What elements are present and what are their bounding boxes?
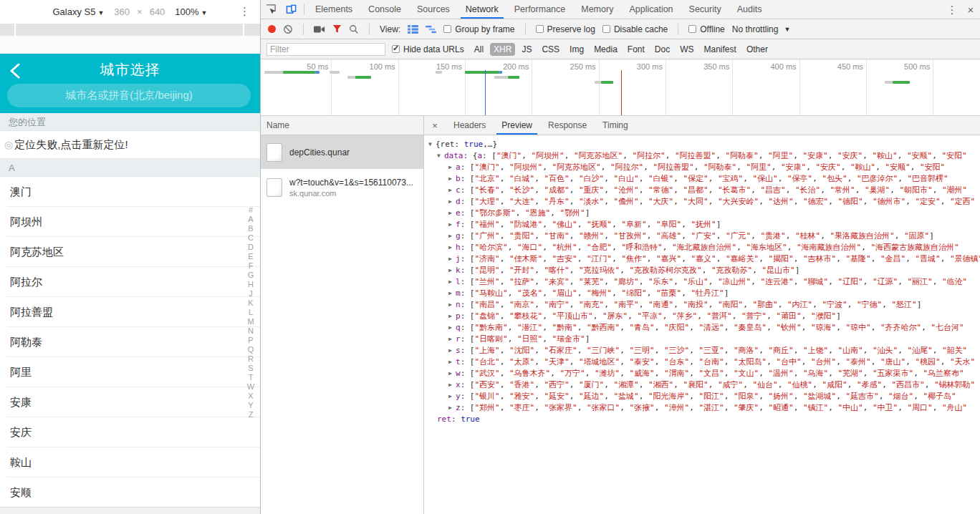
index-letter[interactable]: A <box>246 215 256 224</box>
city-list-item[interactable]: 澳门 <box>0 177 260 207</box>
filter-icon[interactable] <box>332 24 342 34</box>
json-ret-row[interactable]: ret: true <box>428 414 980 425</box>
filter-type-xhr[interactable]: XHR <box>490 43 515 56</box>
clear-network-log-icon[interactable] <box>283 24 293 34</box>
detail-tab-timing[interactable]: Timing <box>595 116 636 135</box>
city-list-item[interactable]: 鞍山 <box>0 447 260 477</box>
index-letter[interactable]: H <box>246 280 256 289</box>
record-network-log-icon[interactable] <box>268 25 276 33</box>
city-list-item[interactable]: 阿拉尔 <box>0 267 260 297</box>
waterfall-view-icon[interactable] <box>426 25 436 34</box>
tab-performance[interactable]: Performance <box>506 0 574 19</box>
index-letter[interactable]: K <box>246 299 256 308</box>
index-letter[interactable]: B <box>246 224 256 233</box>
device-bottom-scrollbar[interactable] <box>0 507 260 514</box>
devtools-menu-icon[interactable]: ⋮ <box>943 0 961 19</box>
json-array-row-l[interactable]: ▶l: ["兰州", "拉萨", "来宾", "莱芜", "廊坊", "乐东",… <box>428 276 980 288</box>
tab-network[interactable]: Network <box>458 0 506 19</box>
index-letter[interactable]: D <box>246 243 256 252</box>
expand-arrow-icon[interactable]: ▶ <box>448 173 456 185</box>
detail-tab-headers[interactable]: Headers <box>446 116 494 135</box>
json-array-row-p[interactable]: ▶p: ["盘锦", "攀枝花", "平顶山市", "屏东", "平凉", "萍… <box>428 311 980 322</box>
json-array-row-x[interactable]: ▶x: ["西安", "香港", "西宁", "厦门", "湘潭", "湘西",… <box>428 379 980 391</box>
index-letter[interactable]: Y <box>246 401 256 410</box>
index-letter[interactable]: M <box>246 317 256 326</box>
capture-screenshots-icon[interactable] <box>314 25 325 34</box>
close-detail-icon[interactable]: × <box>424 116 446 135</box>
expand-arrow-icon[interactable]: ▶ <box>448 334 456 345</box>
city-list-item[interactable]: 阿克苏地区 <box>0 237 260 267</box>
index-letter[interactable]: # <box>246 205 256 215</box>
tab-console[interactable]: Console <box>360 0 409 19</box>
device-height-field[interactable]: 640 <box>150 6 165 17</box>
index-letter[interactable]: F <box>246 261 256 271</box>
checkbox-disable-cache[interactable]: Disable cache <box>602 24 668 34</box>
city-list-item[interactable]: 安庆 <box>0 417 260 447</box>
expand-arrow-icon[interactable]: ▶ <box>448 391 456 402</box>
name-column-header[interactable]: Name <box>261 116 423 135</box>
relocate-row[interactable]: ◎ 定位失败,点击重新定位! <box>0 131 260 159</box>
tab-application[interactable]: Application <box>621 0 681 19</box>
index-letter[interactable]: W <box>246 382 256 392</box>
json-array-row-c[interactable]: ▶c: ["长春", "长沙", "成都", "重庆", "沧州", "常德",… <box>428 185 980 196</box>
json-array-row-n[interactable]: ▶n: ["南昌", "南京", "南宁", "南充", "南平", "南通",… <box>428 299 980 311</box>
expand-arrow-icon[interactable]: ▶ <box>448 196 456 208</box>
index-letter[interactable]: Z <box>246 410 256 420</box>
device-zoom-selector[interactable]: 100%▼ <box>175 6 207 17</box>
list-view-icon[interactable] <box>408 25 418 34</box>
json-array-row-q[interactable]: ▶q: ["黔东南", "潜江", "黔南", "黔西南", "青岛", "庆阳… <box>428 322 980 334</box>
json-array-row-g[interactable]: ▶g: ["广州", "贵阳", "甘南", "赣州", "甘孜州", "高雄"… <box>428 231 980 242</box>
json-array-row-j[interactable]: ▶j: ["济南", "佳木斯", "吉安", "江门", "焦作", "嘉兴"… <box>428 253 980 265</box>
expand-arrow-icon[interactable]: ▶ <box>448 322 456 334</box>
filter-type-img[interactable]: Img <box>566 43 587 56</box>
json-array-row-d[interactable]: ▶d: ["大理", "大连", "丹东", "淡水", "儋州", "大庆",… <box>428 196 980 208</box>
index-letter[interactable]: E <box>246 252 256 261</box>
expand-arrow-icon[interactable]: ▶ <box>448 311 456 322</box>
devtools-close-icon[interactable]: × <box>961 0 980 19</box>
city-list-item[interactable]: 安康 <box>0 387 260 417</box>
expand-arrow-icon[interactable]: ▶ <box>448 288 456 299</box>
index-letter[interactable]: L <box>246 308 256 317</box>
json-array-row-f[interactable]: ▶f: ["福州", "防城港", "佛山", "抚顺", "阜新", "阜阳"… <box>428 219 980 231</box>
index-letter[interactable]: R <box>246 354 256 364</box>
json-root-row[interactable]: ▼{ret: true,…} <box>428 139 980 150</box>
tab-memory[interactable]: Memory <box>573 0 621 19</box>
json-array-row-s[interactable]: ▶s: ["上海", "沈阳", "石家庄", "三门峡", "三明", "三沙… <box>428 345 980 357</box>
city-list-item[interactable]: 安顺 <box>0 477 260 507</box>
expand-arrow-icon[interactable]: ▶ <box>448 185 456 196</box>
request-row[interactable]: depCities.qunar <box>261 135 423 169</box>
tab-sources[interactable]: Sources <box>409 0 458 19</box>
hide-data-urls-checkbox[interactable]: Hide data URLs <box>392 44 464 54</box>
device-dimensions[interactable]: 360 × 640 <box>114 6 165 17</box>
json-array-row-h[interactable]: ▶h: ["哈尔滨", "海口", "杭州", "合肥", "呼和浩特", "海… <box>428 242 980 253</box>
filter-type-other[interactable]: Other <box>743 43 772 56</box>
device-options-menu-icon[interactable]: ⋮ <box>239 6 250 16</box>
expand-arrow-icon[interactable]: ▶ <box>448 265 456 276</box>
expand-arrow-icon[interactable]: ▶ <box>448 276 456 288</box>
expand-arrow-icon[interactable]: ▶ <box>448 162 456 173</box>
json-array-row-a[interactable]: ▶a: ["澳门", "阿坝州", "阿克苏地区", "阿拉尔", "阿拉善盟"… <box>428 162 980 173</box>
index-letter[interactable]: G <box>246 271 256 280</box>
index-letter[interactable]: X <box>246 392 256 401</box>
detail-tab-response[interactable]: Response <box>540 116 595 135</box>
tab-security[interactable]: Security <box>681 0 729 19</box>
json-array-row-y[interactable]: ▶y: ["银川", "雅安", "延安", "延边", "盐城", "阳光海岸… <box>428 391 980 402</box>
city-list-item[interactable]: 阿拉善盟 <box>0 297 260 327</box>
expand-arrow-icon[interactable]: ▶ <box>448 299 456 311</box>
throttling-dropdown[interactable]: No throttling ▼ <box>732 24 791 34</box>
checkbox-preserve-log[interactable]: Preserve log <box>536 24 595 34</box>
index-letter[interactable]: Q <box>246 345 256 354</box>
filter-type-js[interactable]: JS <box>518 43 535 56</box>
expand-arrow-icon[interactable]: ▶ <box>448 253 456 265</box>
inspect-element-icon[interactable] <box>261 0 281 19</box>
index-letter[interactable]: P <box>246 336 256 345</box>
json-array-row-z[interactable]: ▶z: ["郑州", "枣庄", "张家界", "张家口", "张掖", "漳州… <box>428 402 980 414</box>
index-letter[interactable]: N <box>246 326 256 336</box>
json-array-row-r[interactable]: ▶r: ["日喀则", "日照", "瑞金市"] <box>428 334 980 345</box>
tab-elements[interactable]: Elements <box>307 0 360 19</box>
json-array-row-e[interactable]: ▶e: ["鄂尔多斯", "恩施", "鄂州"] <box>428 208 980 219</box>
detail-tab-preview[interactable]: Preview <box>494 116 540 135</box>
checkbox-group-by-frame[interactable]: Group by frame <box>443 24 514 34</box>
filter-type-css[interactable]: CSS <box>538 43 563 56</box>
request-row[interactable]: w?t=touch&v=1&s=156110073...sk.qunar.com <box>261 169 423 206</box>
